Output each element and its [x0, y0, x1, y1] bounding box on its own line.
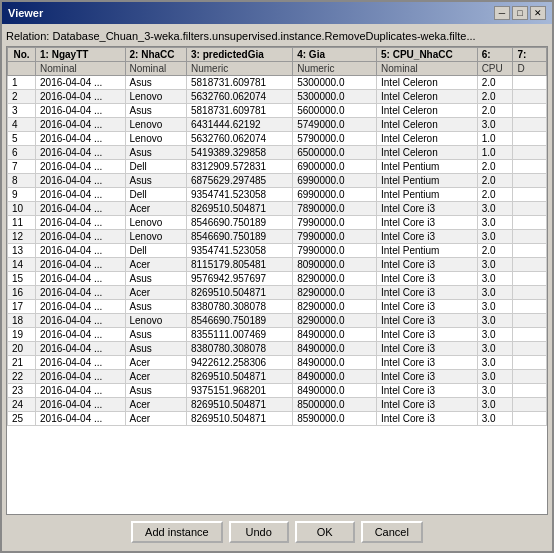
table-cell: 1 — [8, 76, 36, 90]
table-cell: Intel Celeron — [377, 76, 478, 90]
table-cell: 2.0 — [477, 244, 513, 258]
table-cell: 2016-04-04 ... — [36, 384, 125, 398]
table-cell: 9354741.523058 — [186, 244, 292, 258]
add-instance-button[interactable]: Add instance — [131, 521, 223, 543]
undo-button[interactable]: Undo — [229, 521, 289, 543]
close-button[interactable]: ✕ — [530, 6, 546, 20]
table-cell: 7990000.0 — [293, 216, 377, 230]
table-cell: Intel Pentium — [377, 188, 478, 202]
table-cell: 2016-04-04 ... — [36, 356, 125, 370]
table-cell: 6875629.297485 — [186, 174, 292, 188]
table-cell: 12 — [8, 230, 36, 244]
table-cell: 9576942.957697 — [186, 272, 292, 286]
table-cell: 6990000.0 — [293, 174, 377, 188]
col-header-7: 7: — [513, 48, 547, 62]
table-cell: Intel Core i3 — [377, 384, 478, 398]
table-cell: 3.0 — [477, 356, 513, 370]
title-bar: Viewer ─ □ ✕ — [2, 2, 552, 24]
minimize-button[interactable]: ─ — [494, 6, 510, 20]
table-cell: 8490000.0 — [293, 328, 377, 342]
table-cell: 10 — [8, 202, 36, 216]
table-cell: 2016-04-04 ... — [36, 216, 125, 230]
data-table: No. 1: NgayTT 2: NhaCC 3: predictedGia 4… — [7, 47, 547, 426]
table-cell: 8546690.750189 — [186, 216, 292, 230]
sub-4: Numeric — [293, 62, 377, 76]
maximize-button[interactable]: □ — [512, 6, 528, 20]
table-cell: Dell — [125, 188, 186, 202]
sub-1: Nominal — [36, 62, 125, 76]
table-cell: Acer — [125, 412, 186, 426]
table-row: 182016-04-04 ...Lenovo8546690.7501898290… — [8, 314, 547, 328]
table-cell: 8500000.0 — [293, 398, 377, 412]
table-cell: 8269510.504871 — [186, 286, 292, 300]
table-cell: Lenovo — [125, 314, 186, 328]
table-cell: Intel Core i3 — [377, 216, 478, 230]
table-row: 32016-04-04 ...Asus5818731.6097815600000… — [8, 104, 547, 118]
table-cell: 8269510.504871 — [186, 202, 292, 216]
table-cell: Acer — [125, 258, 186, 272]
table-cell: 8380780.308078 — [186, 300, 292, 314]
table-row: 12016-04-04 ...Asus5818731.6097815300000… — [8, 76, 547, 90]
table-cell: Intel Pentium — [377, 244, 478, 258]
table-row: 142016-04-04 ...Acer8115179.805481809000… — [8, 258, 547, 272]
table-cell: Asus — [125, 146, 186, 160]
table-cell: 3.0 — [477, 272, 513, 286]
col-header-1: 1: NgayTT — [36, 48, 125, 62]
table-cell: 8290000.0 — [293, 272, 377, 286]
table-cell: 5419389.329858 — [186, 146, 292, 160]
table-cell: 25 — [8, 412, 36, 426]
table-cell: 8355111.007469 — [186, 328, 292, 342]
table-cell: 8 — [8, 174, 36, 188]
table-cell: 8290000.0 — [293, 300, 377, 314]
table-cell: 1.0 — [477, 132, 513, 146]
table-cell: Lenovo — [125, 216, 186, 230]
ok-button[interactable]: OK — [295, 521, 355, 543]
table-row: 52016-04-04 ...Lenovo5632760.06207457900… — [8, 132, 547, 146]
table-cell — [513, 188, 547, 202]
table-cell: Lenovo — [125, 230, 186, 244]
table-cell: 9354741.523058 — [186, 188, 292, 202]
table-scroll[interactable]: No. 1: NgayTT 2: NhaCC 3: predictedGia 4… — [7, 47, 547, 514]
table-cell: 8490000.0 — [293, 370, 377, 384]
table-cell: Intel Core i3 — [377, 300, 478, 314]
table-cell — [513, 230, 547, 244]
table-cell: Asus — [125, 104, 186, 118]
table-cell: 7990000.0 — [293, 244, 377, 258]
table-cell: 2016-04-04 ... — [36, 412, 125, 426]
table-cell: Intel Core i3 — [377, 328, 478, 342]
table-cell: 6431444.62192 — [186, 118, 292, 132]
table-cell: 5818731.609781 — [186, 76, 292, 90]
table-cell: 2.0 — [477, 174, 513, 188]
table-cell: 13 — [8, 244, 36, 258]
cancel-button[interactable]: Cancel — [361, 521, 423, 543]
table-cell: 3.0 — [477, 370, 513, 384]
table-cell: Intel Core i3 — [377, 412, 478, 426]
table-cell: 21 — [8, 356, 36, 370]
sub-2: Nominal — [125, 62, 186, 76]
table-cell — [513, 412, 547, 426]
table-cell — [513, 132, 547, 146]
table-cell: Acer — [125, 202, 186, 216]
table-cell: 3.0 — [477, 216, 513, 230]
table-row: 162016-04-04 ...Acer8269510.504871829000… — [8, 286, 547, 300]
table-cell: 2016-04-04 ... — [36, 342, 125, 356]
col-header-6: 6: — [477, 48, 513, 62]
table-cell — [513, 286, 547, 300]
table-cell: 6500000.0 — [293, 146, 377, 160]
table-cell: Asus — [125, 174, 186, 188]
viewer-window: Viewer ─ □ ✕ Relation: Database_Chuan_3-… — [0, 0, 554, 553]
table-row: 252016-04-04 ...Acer8269510.504871859000… — [8, 412, 547, 426]
table-cell: Asus — [125, 76, 186, 90]
table-cell: 3.0 — [477, 314, 513, 328]
table-cell: 2016-04-04 ... — [36, 230, 125, 244]
table-cell: 20 — [8, 342, 36, 356]
table-cell: 8269510.504871 — [186, 370, 292, 384]
table-cell: Asus — [125, 272, 186, 286]
table-row: 122016-04-04 ...Lenovo8546690.7501897990… — [8, 230, 547, 244]
table-row: 242016-04-04 ...Acer8269510.504871850000… — [8, 398, 547, 412]
table-cell: Asus — [125, 342, 186, 356]
table-cell: 3.0 — [477, 258, 513, 272]
table-cell: 8590000.0 — [293, 412, 377, 426]
table-cell: 5749000.0 — [293, 118, 377, 132]
table-cell: 2016-04-04 ... — [36, 286, 125, 300]
